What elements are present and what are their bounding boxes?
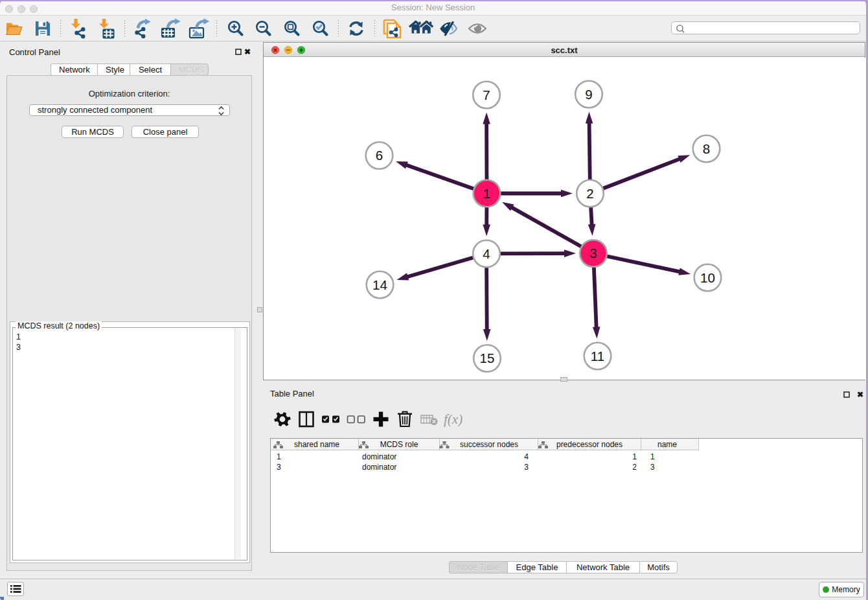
svg-text:4: 4 [483, 246, 490, 261]
svg-text:predecessor nodes: predecessor nodes [556, 440, 622, 449]
svg-text:2: 2 [586, 186, 593, 201]
svg-text:14: 14 [372, 277, 387, 292]
svg-text:3: 3 [589, 246, 597, 260]
svg-text:1: 1 [483, 186, 490, 201]
svg-text:11: 11 [591, 349, 604, 363]
svg-text:MCDS role: MCDS role [380, 440, 418, 449]
svg-text:10: 10 [700, 270, 715, 285]
svg-text:15: 15 [480, 351, 495, 365]
svg-text:9: 9 [585, 87, 592, 102]
svg-text:shared name: shared name [294, 440, 339, 449]
svg-text:6: 6 [376, 148, 383, 163]
svg-text:successor nodes: successor nodes [460, 440, 518, 449]
svg-text:f(x): f(x) [444, 411, 463, 427]
svg-text:name: name [657, 440, 677, 449]
svg-text:7: 7 [483, 87, 490, 102]
svg-text:8: 8 [703, 141, 710, 156]
